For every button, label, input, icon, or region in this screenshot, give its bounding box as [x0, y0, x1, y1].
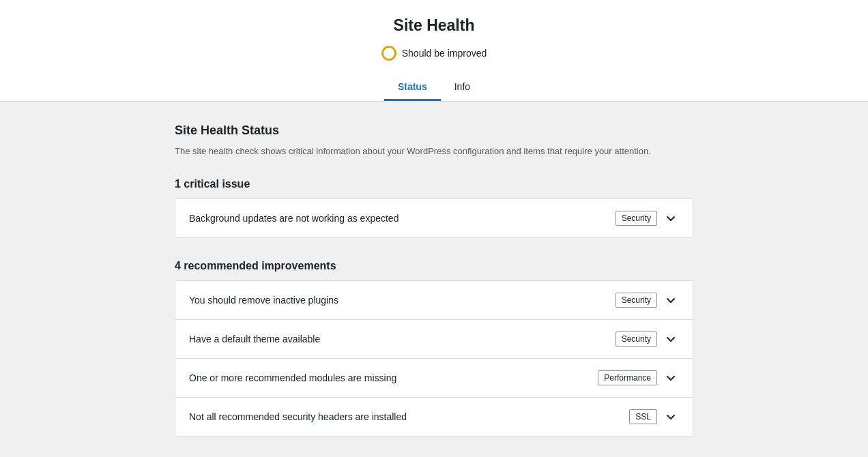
chevron-down-icon	[665, 295, 676, 306]
issue-right: Security	[616, 210, 679, 226]
expand-button-2[interactable]	[663, 370, 679, 386]
issue-label: Background updates are not working as ex…	[189, 213, 399, 224]
issue-label-3: Not all recommended security headers are…	[189, 411, 407, 422]
chevron-down-icon	[665, 411, 676, 422]
chevron-down-icon	[665, 372, 676, 383]
table-row: Have a default theme available Security	[175, 319, 693, 358]
security-tag-1: Security	[616, 331, 657, 347]
tab-info[interactable]: Info	[441, 74, 484, 101]
recommended-improvements-section: 4 recommended improvements You should re…	[175, 260, 693, 437]
table-row: One or more recommended modules are miss…	[175, 358, 693, 397]
table-row: Background updates are not working as ex…	[175, 199, 693, 237]
ssl-tag: SSL	[629, 409, 657, 424]
table-row: You should remove inactive plugins Secur…	[175, 281, 693, 319]
table-row: Not all recommended security headers are…	[175, 397, 693, 436]
tabs-bar: Status Info	[0, 74, 868, 101]
security-tag-0: Security	[616, 293, 657, 308]
performance-tag: Performance	[598, 370, 657, 385]
issue-label-0: You should remove inactive plugins	[189, 295, 338, 306]
issue-label-1: Have a default theme available	[189, 334, 320, 344]
main-content: Site Health Status The site health check…	[161, 102, 707, 457]
critical-issues-heading: 1 critical issue	[175, 178, 693, 190]
chevron-down-icon	[665, 334, 676, 344]
expand-button-0[interactable]	[663, 292, 679, 308]
status-text: Should be improved	[402, 48, 487, 59]
issue-label-2: One or more recommended modules are miss…	[189, 372, 396, 383]
status-circle-icon	[381, 46, 396, 61]
issue-right-0: Security	[616, 292, 679, 308]
security-tag: Security	[616, 211, 657, 226]
critical-issues-section: 1 critical issue Background updates are …	[175, 178, 693, 238]
critical-issues-list: Background updates are not working as ex…	[175, 198, 693, 238]
header: Site Health Should be improved Status In…	[0, 0, 868, 102]
section-description: The site health check shows critical inf…	[175, 145, 693, 159]
issue-right-3: SSL	[629, 409, 679, 425]
expand-button[interactable]	[663, 210, 679, 226]
section-title: Site Health Status	[175, 123, 693, 138]
issue-right-1: Security	[616, 331, 679, 347]
recommended-issues-list: You should remove inactive plugins Secur…	[175, 280, 693, 437]
status-indicator: Should be improved	[381, 46, 487, 61]
issue-right-2: Performance	[598, 370, 679, 386]
recommended-heading: 4 recommended improvements	[175, 260, 693, 272]
chevron-down-icon	[665, 213, 676, 224]
expand-button-3[interactable]	[663, 409, 679, 425]
expand-button-1[interactable]	[663, 331, 679, 347]
tab-status[interactable]: Status	[384, 74, 441, 101]
page-title: Site Health	[0, 16, 868, 35]
